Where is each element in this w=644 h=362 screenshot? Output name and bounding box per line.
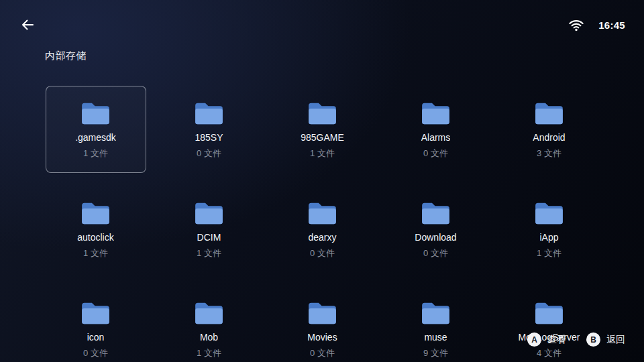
folder-card: DCIM 1 文件	[159, 186, 260, 273]
folder-count: 0 文件	[423, 247, 448, 259]
back-arrow-icon	[19, 17, 36, 33]
folder-name: .gamesdk	[75, 132, 116, 143]
folder-name: Movies	[307, 332, 337, 343]
folder-card: Alarms 0 文件	[386, 86, 486, 173]
top-bar: 16:45	[0, 0, 644, 48]
page-title: 内部存储	[45, 50, 87, 62]
folder-icon	[307, 300, 337, 325]
folder-card: MobLogServer 4 文件	[499, 286, 600, 362]
folder-name: DCIM	[197, 232, 221, 243]
folder-name: iApp	[539, 232, 558, 243]
folder-count: 0 文件	[83, 347, 108, 359]
folder-count: 1 文件	[197, 347, 221, 359]
folder-card: Mob 1 文件	[159, 286, 260, 362]
folder-name: Android	[533, 132, 565, 143]
folder-icon	[534, 101, 564, 125]
key-b-badge: B	[586, 333, 600, 347]
hint-back-label: 返回	[606, 334, 625, 346]
folder-count: 1 文件	[83, 247, 108, 259]
folder-name: Download	[415, 232, 456, 243]
folder-item-movies[interactable]: Movies 0 文件	[266, 286, 379, 362]
wifi-icon	[569, 19, 584, 32]
folder-name: icon	[87, 332, 105, 343]
folder-icon	[194, 200, 224, 225]
folder-icon	[194, 101, 224, 125]
folder-name: Alarms	[421, 132, 451, 143]
folder-item-gamesdk[interactable]: .gamesdk 1 文件	[39, 86, 152, 186]
key-a-badge: A	[527, 333, 541, 347]
folder-name: 985GAME	[301, 132, 344, 143]
folder-item-985game[interactable]: 985GAME 1 文件	[266, 86, 379, 186]
folder-icon	[307, 200, 337, 225]
folder-icon	[80, 200, 111, 225]
folder-card: Android 3 文件	[499, 86, 600, 173]
folder-item-mob[interactable]: Mob 1 文件	[152, 286, 266, 362]
folder-card: 185SY 0 文件	[159, 86, 260, 173]
folder-count: 0 文件	[310, 347, 335, 359]
folder-card: Download 0 文件	[386, 186, 486, 273]
folder-count: 9 文件	[423, 347, 448, 359]
folder-item-muse[interactable]: muse 9 文件	[379, 286, 492, 362]
folder-item-iapp[interactable]: iApp 1 文件	[492, 186, 606, 286]
folder-name: autoclick	[77, 232, 113, 243]
folder-card: dearxy 0 文件	[272, 186, 373, 273]
clock: 16:45	[598, 19, 625, 31]
folder-count: 1 文件	[537, 247, 561, 259]
hint-back: B 返回	[586, 333, 625, 347]
folder-icon	[534, 300, 564, 325]
folder-item-autoclick[interactable]: autoclick 1 文件	[39, 186, 152, 286]
back-button[interactable]	[19, 16, 36, 34]
folder-card: .gamesdk 1 文件	[46, 86, 146, 173]
folder-item-download[interactable]: Download 0 文件	[379, 186, 492, 286]
folder-count: 3 文件	[537, 147, 561, 160]
folder-icon	[307, 101, 337, 125]
folder-count: 0 文件	[197, 147, 221, 160]
folder-count: 4 文件	[537, 347, 561, 359]
folder-card: Movies 0 文件	[272, 286, 373, 362]
hint-view-label: 查看	[547, 334, 566, 346]
folder-count: 0 文件	[423, 147, 448, 160]
folder-item-dcim[interactable]: DCIM 1 文件	[152, 186, 266, 286]
folder-item-icon[interactable]: icon 0 文件	[39, 286, 152, 362]
folder-count: 1 文件	[310, 147, 335, 160]
folder-count: 1 文件	[83, 147, 108, 160]
folder-icon	[534, 200, 564, 225]
folder-count: 0 文件	[310, 247, 335, 259]
folder-card: muse 9 文件	[386, 286, 486, 362]
folder-name: 185SY	[195, 132, 223, 143]
folder-icon	[421, 200, 451, 225]
hint-view: A 查看	[527, 333, 566, 347]
folder-card: autoclick 1 文件	[46, 186, 146, 273]
folder-item-dearxy[interactable]: dearxy 0 文件	[266, 186, 379, 286]
folder-icon	[194, 300, 224, 325]
folder-icon	[421, 300, 451, 325]
folder-grid: .gamesdk 1 文件 185SY 0 文件 985GAME 1 文件 Al…	[39, 86, 606, 362]
folder-card: icon 0 文件	[46, 286, 146, 362]
folder-item-alarms[interactable]: Alarms 0 文件	[379, 86, 492, 186]
folder-icon	[80, 300, 111, 325]
folder-item-moblogserver[interactable]: MobLogServer 4 文件	[492, 286, 606, 362]
folder-card: 985GAME 1 文件	[272, 86, 373, 173]
folder-item-185sy[interactable]: 185SY 0 文件	[152, 86, 266, 186]
folder-card: iApp 1 文件	[499, 186, 600, 273]
folder-icon	[421, 101, 451, 125]
folder-icon	[80, 101, 111, 125]
button-hints: A 查看 B 返回	[527, 333, 625, 347]
folder-item-android[interactable]: Android 3 文件	[492, 86, 606, 186]
folder-name: muse	[424, 332, 447, 343]
folder-count: 1 文件	[197, 247, 221, 259]
folder-name: dearxy	[308, 232, 336, 243]
folder-name: Mob	[200, 332, 218, 343]
